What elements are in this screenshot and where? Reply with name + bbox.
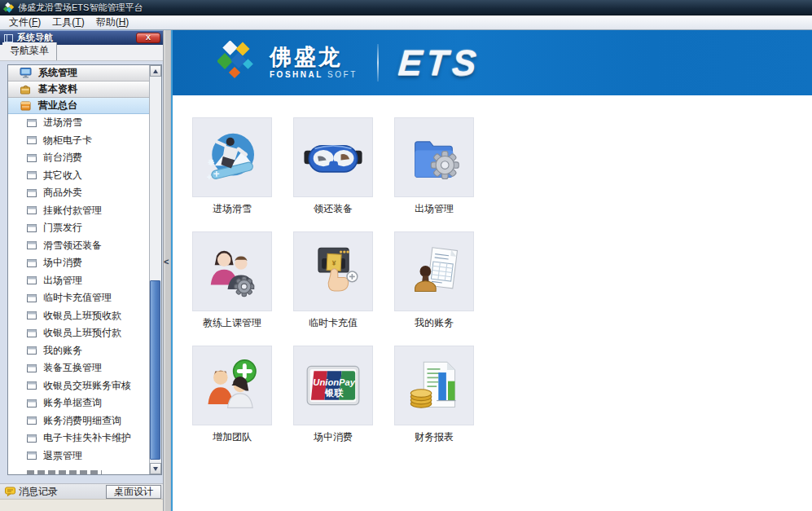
tree-item-locker-card[interactable]: 物柜电子卡 (8, 132, 149, 150)
tile-label: 财务报表 (415, 430, 454, 443)
tree-item-other-income[interactable]: 其它收入 (8, 167, 149, 185)
tile-label: 进场滑雪 (213, 202, 252, 214)
tree-item-ski-equipment[interactable]: 滑雪领还装备 (8, 237, 149, 255)
form-icon (27, 224, 37, 232)
form-icon (27, 136, 37, 144)
unionpay-cn-text: 银联 (324, 388, 344, 398)
tile-venue-consumption[interactable]: UnionPay 银联 (293, 346, 373, 425)
tile-equipment-return[interactable] (293, 117, 373, 197)
tree-item-my-accounts[interactable]: 我的账务 (8, 342, 149, 360)
form-icon (27, 311, 37, 319)
tree-group-business[interactable]: 营业总台 (8, 98, 149, 114)
message-log-button[interactable]: 消息记录 (5, 485, 102, 499)
launcher-content: 进场滑雪 (173, 95, 812, 511)
card-recharge-icon: ¥ (305, 244, 361, 299)
form-icon (27, 294, 37, 302)
app-window: 佛盛龙滑雪场ETS智能管理平台 文件(F) 工具(T) 帮助(H) 系统导航 X… (0, 0, 812, 511)
tree-item-enter-skiing[interactable]: 进场滑雪 (8, 114, 149, 132)
tree-item-consume-detail-query[interactable]: 账务消费明细查询 (8, 412, 149, 430)
tree-group-label: 系统管理 (38, 66, 77, 80)
tile-my-accounts[interactable] (394, 231, 474, 311)
monitor-icon (20, 68, 32, 78)
foshnal-logo-icon (217, 41, 258, 85)
navigation-tree: 系统管理 基本资料 (7, 64, 162, 475)
tree-item-card-loss-reissue[interactable]: 电子卡挂失补卡维护 (8, 430, 149, 447)
tree-item-goods-takeout[interactable]: 商品外卖 (8, 184, 149, 202)
tile-label: 场中消费 (314, 430, 353, 443)
tree-item-cashier-prereceive[interactable]: 收银员上班预收款 (8, 307, 149, 325)
tile-add-team[interactable] (192, 346, 272, 425)
report-chart-coins-icon (406, 358, 462, 413)
form-icon (27, 171, 37, 179)
tile-temp-card-recharge[interactable]: ¥ (293, 231, 373, 311)
message-bubble-icon (5, 487, 15, 496)
tile-exit-management[interactable] (394, 117, 474, 197)
brand-chinese-name: 佛盛龙 (270, 46, 358, 68)
menu-tools[interactable]: 工具(T) (46, 15, 90, 30)
form-icon (27, 364, 37, 372)
sidebar-splitter[interactable]: < (163, 30, 173, 511)
tree-item-partially-visible[interactable] (8, 465, 149, 474)
nav-tabstrip: 导航菜单 (0, 45, 163, 61)
sidebar-bottom-strip (0, 499, 163, 511)
form-icon (27, 206, 37, 214)
form-icon (27, 154, 37, 162)
tab-nav-menu[interactable]: 导航菜单 (2, 42, 57, 60)
tree-group-system[interactable]: 系统管理 (8, 65, 149, 81)
nav-panel-icon (4, 34, 13, 42)
app-logo-icon (3, 2, 14, 13)
tree-item-front-desk[interactable]: 前台消费 (8, 149, 149, 167)
tree-item-credit-payment[interactable]: 挂账付款管理 (8, 202, 149, 220)
tree-item-voucher-query[interactable]: 账务单据查询 (8, 394, 149, 412)
scrollbar-thumb[interactable] (150, 280, 160, 460)
sidebar-footer: 消息记录 桌面设计 (0, 483, 163, 499)
form-icon (27, 119, 37, 127)
tile-label: 教练上课管理 (203, 316, 261, 328)
tile-label: 临时卡充值 (309, 316, 358, 328)
tile-label: 领还装备 (314, 202, 353, 214)
close-icon[interactable]: X (136, 33, 160, 43)
tile-coach-class[interactable] (192, 231, 272, 311)
tree-item-shift-audit[interactable]: 收银员交班账务审核 (8, 377, 149, 395)
form-icon (27, 452, 37, 460)
cash-register-icon (20, 100, 32, 111)
menu-help[interactable]: 帮助(H) (90, 15, 135, 30)
tree-item-refund-mgmt[interactable]: 退票管理 (8, 447, 149, 465)
tree-item-venue-consume[interactable]: 场中消费 (8, 254, 149, 272)
brand-english-name: FOSHNAL SOFT (270, 71, 358, 79)
form-icon (27, 346, 37, 355)
form-icon (27, 399, 37, 407)
title-bar: 佛盛龙滑雪场ETS智能管理平台 (0, 0, 812, 15)
window-title: 佛盛龙滑雪场ETS智能管理平台 (18, 2, 143, 14)
form-icon (27, 329, 37, 337)
main-area: 佛盛龙 FOSHNAL SOFT ETS (173, 30, 812, 511)
tree-item-exit-mgmt[interactable]: 出场管理 (8, 272, 149, 290)
menu-file[interactable]: 文件(F) (3, 15, 46, 30)
tile-label: 增加团队 (213, 430, 252, 443)
toolbox-icon (20, 84, 32, 95)
tree-item-ticket-issue[interactable]: 门票发行 (8, 219, 149, 237)
tree-scrollbar[interactable] (149, 65, 161, 474)
scroll-up-icon[interactable] (150, 65, 161, 77)
brand-divider (377, 44, 379, 81)
product-logo-ets: ETS (397, 42, 481, 83)
tree-group-label: 基本资料 (38, 82, 77, 96)
tree-item-equipment-swap[interactable]: 装备互换管理 (8, 359, 149, 377)
tile-label: 出场管理 (415, 202, 454, 214)
tree-group-basics[interactable]: 基本资料 (8, 81, 149, 98)
tree-item-cashier-prepay[interactable]: 收银员上班预付款 (8, 324, 149, 342)
svg-text:¥: ¥ (331, 258, 336, 267)
tile-label: 我的账务 (415, 316, 454, 328)
tile-enter-skiing[interactable] (192, 117, 272, 197)
scroll-down-icon[interactable] (150, 463, 161, 474)
desktop-design-button[interactable]: 桌面设计 (106, 485, 161, 499)
snowboarder-icon (203, 130, 261, 185)
tile-financial-reports[interactable] (394, 346, 474, 425)
tree-group-label: 营业总台 (38, 99, 77, 112)
collapse-sidebar-arrow[interactable]: < (164, 257, 169, 267)
unionpay-text: UnionPay (313, 377, 355, 387)
form-icon (27, 416, 37, 425)
folder-gear-icon (406, 131, 462, 183)
form-icon (27, 241, 37, 249)
tree-item-temp-card-mgmt[interactable]: 临时卡充值管理 (8, 289, 149, 307)
